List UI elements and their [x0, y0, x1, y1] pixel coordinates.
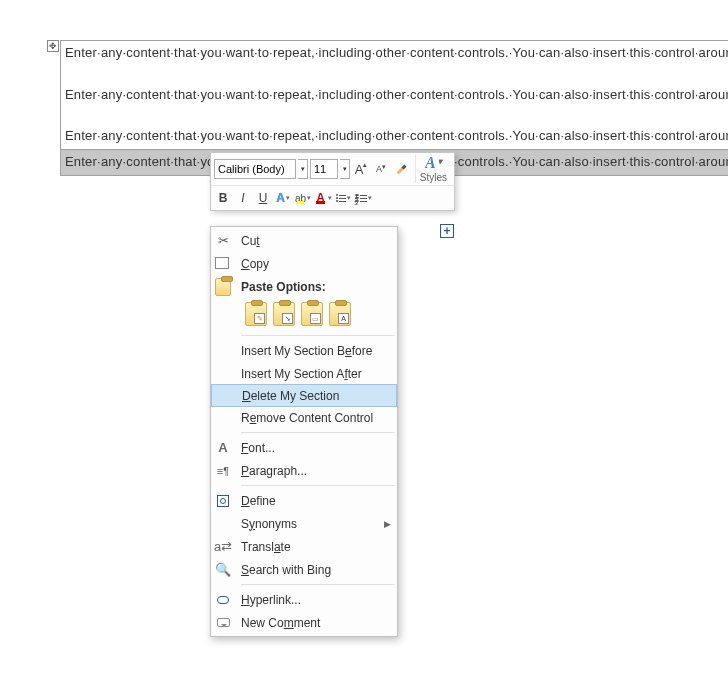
define-icon: [211, 495, 235, 507]
text-effects-button[interactable]: A▾: [274, 188, 292, 208]
paragraph-icon: ≡¶: [211, 465, 235, 477]
menu-insert-before[interactable]: Insert My Section Before: [211, 339, 397, 362]
bold-button[interactable]: B: [214, 188, 232, 208]
font-size-input[interactable]: [310, 159, 338, 179]
italic-button[interactable]: I: [234, 188, 252, 208]
content-control-cell[interactable]: Enter·any·content·that·you·want·to·repea…: [61, 41, 729, 150]
menu-translate[interactable]: a⇄ Translate: [211, 535, 397, 558]
paste-picture-icon[interactable]: ▭: [301, 302, 323, 326]
menu-cut[interactable]: ✂ Cut: [211, 229, 397, 252]
copy-icon: [211, 259, 235, 269]
font-name-input[interactable]: [214, 159, 296, 179]
menu-separator: [241, 584, 395, 585]
search-icon: 🔍: [211, 562, 235, 577]
translate-icon: a⇄: [211, 539, 235, 554]
mini-toolbar: ▾ ▾ A▴ A▾ A▾ Styles B I U A▾ ab▾ A▾ ▾ 12…: [210, 152, 455, 211]
grow-font-button[interactable]: A▴: [352, 159, 370, 179]
paste-options-row: ✎ ➘ ▭ A: [211, 298, 397, 332]
menu-hyperlink[interactable]: Hyperlink...: [211, 588, 397, 611]
menu-separator: [241, 432, 395, 433]
font-icon: A: [211, 440, 235, 455]
paste-text-only-icon[interactable]: A: [329, 302, 351, 326]
context-menu: ✂ Cut Copy Paste Options: ✎ ➘ ▭ A Insert…: [210, 226, 398, 637]
styles-button[interactable]: A▾ Styles: [415, 155, 451, 183]
clipboard-icon: [211, 278, 235, 296]
shrink-font-button[interactable]: A▾: [372, 159, 390, 179]
numbering-button[interactable]: 123▾: [354, 188, 372, 208]
add-section-handle[interactable]: +: [440, 224, 454, 238]
font-color-button[interactable]: A▾: [314, 188, 332, 208]
menu-paste-options-header: Paste Options:: [211, 275, 397, 298]
menu-copy[interactable]: Copy: [211, 252, 397, 275]
font-name-dropdown[interactable]: ▾: [298, 159, 308, 179]
menu-synonyms[interactable]: Synonyms ▶: [211, 512, 397, 535]
paste-keep-source-icon[interactable]: ✎: [245, 302, 267, 326]
chevron-right-icon: ▶: [384, 519, 391, 529]
font-size-dropdown[interactable]: ▾: [340, 159, 350, 179]
menu-remove-content-control[interactable]: Remove Content Control: [211, 406, 397, 429]
paste-merge-icon[interactable]: ➘: [273, 302, 295, 326]
menu-paragraph[interactable]: ≡¶ Paragraph...: [211, 459, 397, 482]
bullets-button[interactable]: ▾: [334, 188, 352, 208]
table-row: Enter·any·content·that·you·want·to·repea…: [61, 41, 729, 150]
menu-new-comment[interactable]: New Comment: [211, 611, 397, 634]
menu-insert-after[interactable]: Insert My Section After: [211, 362, 397, 385]
repeating-text: Enter·any·content·that·you·want·to·repea…: [65, 45, 728, 60]
underline-button[interactable]: U: [254, 188, 272, 208]
format-painter-button[interactable]: [392, 159, 410, 179]
table-move-handle[interactable]: ✥: [47, 40, 59, 52]
scissors-icon: ✂: [211, 233, 235, 248]
menu-separator: [241, 485, 395, 486]
menu-search-bing[interactable]: 🔍 Search with Bing: [211, 558, 397, 581]
menu-separator: [241, 335, 395, 336]
menu-font[interactable]: A Font...: [211, 436, 397, 459]
menu-delete-section[interactable]: Delete My Section: [211, 384, 397, 407]
comment-icon: [211, 618, 235, 627]
link-icon: [211, 596, 235, 604]
menu-define[interactable]: Define: [211, 489, 397, 512]
highlight-button[interactable]: ab▾: [294, 188, 312, 208]
repeating-text: Enter·any·content·that·you·want·to·repea…: [65, 87, 728, 102]
repeating-text: Enter·any·content·that·you·want·to·repea…: [65, 128, 728, 143]
